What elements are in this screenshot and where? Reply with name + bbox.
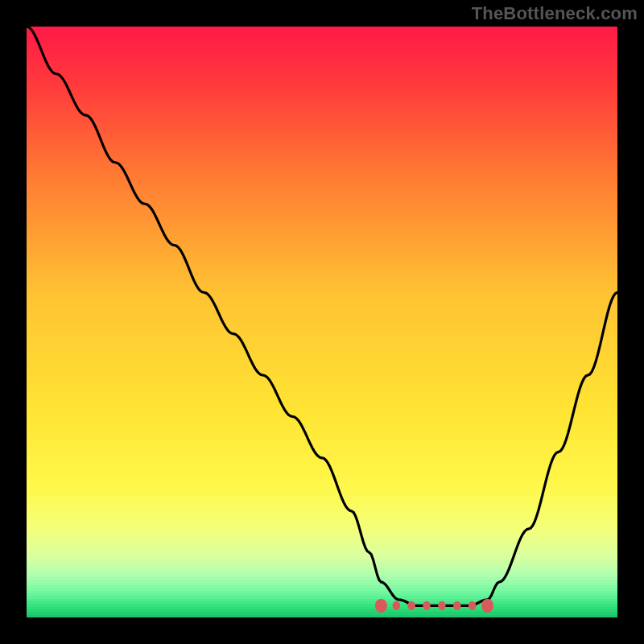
svg-point-1	[481, 599, 493, 613]
svg-point-7	[469, 601, 477, 610]
watermark-text: TheBottleneck.com	[472, 3, 638, 24]
svg-point-2	[393, 601, 401, 610]
bottleneck-curve	[27, 27, 617, 605]
svg-point-5	[438, 601, 446, 610]
chart-area	[27, 27, 617, 617]
chart-svg	[27, 27, 617, 617]
svg-point-4	[423, 601, 431, 610]
svg-point-0	[375, 599, 387, 613]
svg-point-3	[407, 601, 415, 610]
svg-point-6	[453, 601, 461, 610]
